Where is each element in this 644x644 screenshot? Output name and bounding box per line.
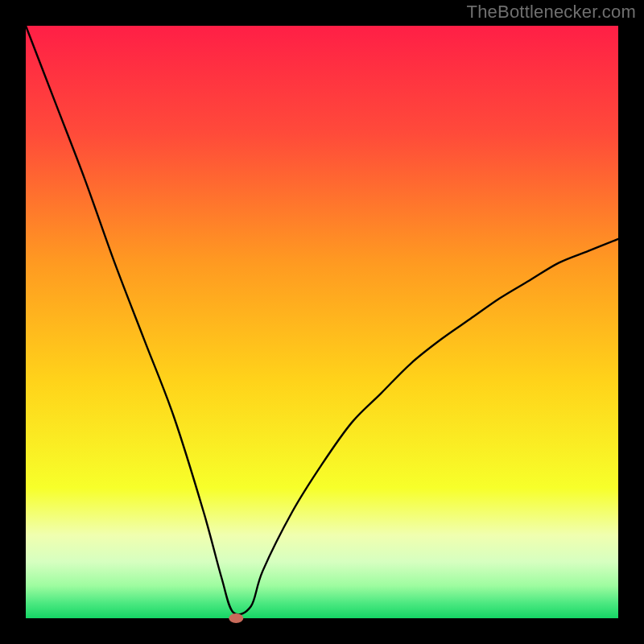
chart-container: TheBottlenecker.com (0, 0, 644, 644)
plot-background (26, 26, 618, 618)
optimum-marker (229, 613, 243, 623)
watermark-text: TheBottlenecker.com (467, 2, 636, 23)
bottleneck-chart (0, 0, 644, 644)
